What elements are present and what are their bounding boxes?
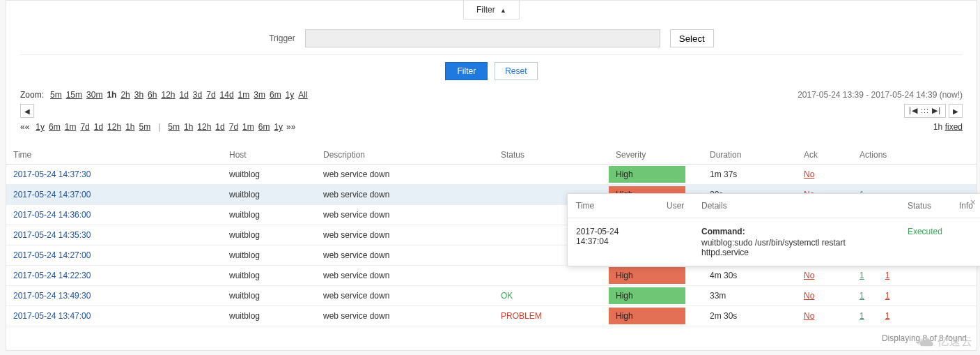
event-time-link[interactable]: 2017-05-24 14:37:30 <box>13 169 91 179</box>
action-count-green[interactable]: 1 <box>860 311 864 321</box>
th-time[interactable]: Time <box>6 146 222 165</box>
th-host[interactable]: Host <box>222 146 316 165</box>
zoom-option-3d[interactable]: 3d <box>191 89 204 101</box>
zoom-option-1y[interactable]: 1y <box>283 89 297 101</box>
host-link[interactable]: wuitblog <box>229 210 260 220</box>
ack-link[interactable]: No <box>804 291 814 301</box>
zoom-back-1h[interactable]: 1h <box>123 121 137 133</box>
description-link[interactable]: web service down <box>323 250 389 260</box>
zoom-back-1y[interactable]: 1y <box>33 121 47 133</box>
zoom-option-14d[interactable]: 14d <box>218 89 236 101</box>
host-link[interactable]: wuitblog <box>229 291 260 301</box>
event-time-link[interactable]: 2017-05-24 13:47:00 <box>13 311 91 321</box>
th-severity[interactable]: Severity <box>609 146 703 165</box>
zoom-back-5m[interactable]: 5m <box>137 121 153 133</box>
host-link[interactable]: wuitblog <box>229 230 260 240</box>
select-button[interactable]: Select <box>670 29 714 47</box>
action-count-green[interactable]: 1 <box>860 271 864 280</box>
table-row: 2017-05-24 13:49:30wuitblogweb service d… <box>6 286 977 306</box>
separator: | <box>154 122 164 132</box>
ack-link[interactable]: No <box>804 169 814 179</box>
popup-th-user: User <box>658 194 693 218</box>
host-link[interactable]: wuitblog <box>229 271 260 280</box>
zoom-option-15m[interactable]: 15m <box>64 89 84 101</box>
zoom-option-2h[interactable]: 2h <box>118 89 132 101</box>
zoom-back-12h[interactable]: 12h <box>105 121 123 133</box>
th-actions[interactable]: Actions <box>853 146 977 165</box>
host-link[interactable]: wuitblog <box>229 169 260 179</box>
close-icon[interactable]: × <box>970 197 976 208</box>
zoom-fixed-link[interactable]: fixed <box>945 122 963 132</box>
filter-tab-label: Filter <box>476 5 495 15</box>
event-time-link[interactable]: 2017-05-24 14:27:00 <box>13 250 91 260</box>
zoom-row: Zoom: 5m15m30m1h2h3h6h12h1d3d7d14d1m3m6m… <box>6 90 977 100</box>
zoom-option-6h[interactable]: 6h <box>146 89 159 101</box>
zoom-forward-7d[interactable]: 7d <box>227 121 240 133</box>
host-link[interactable]: wuitblog <box>229 190 260 199</box>
footer-count: Displaying 8 of 8 found <box>6 326 977 350</box>
zoom-forward-1d[interactable]: 1d <box>213 121 226 133</box>
time-range: 2017-05-24 13:39 - 2017-05-24 14:39 (now… <box>798 90 963 100</box>
zoom-forward-1y[interactable]: 1y <box>272 121 285 133</box>
zoom-option-3h[interactable]: 3h <box>132 89 146 101</box>
description-link[interactable]: web service down <box>323 210 389 220</box>
description-link[interactable]: web service down <box>323 271 389 280</box>
nav-center-button[interactable]: |◀ ::: ▶| <box>904 104 946 118</box>
filter-button[interactable]: Filter <box>445 62 488 80</box>
zoom-option-5m[interactable]: 5m <box>48 89 64 101</box>
zoom-option-All[interactable]: All <box>296 89 309 101</box>
action-count-green[interactable]: 1 <box>860 291 864 301</box>
zoom-option-1h[interactable]: 1h <box>104 89 118 101</box>
chevron-right-icon: ▶ <box>953 107 958 115</box>
action-count-red[interactable]: 1 <box>885 271 890 280</box>
event-time-link[interactable]: 2017-05-24 13:49:30 <box>13 291 91 301</box>
zoom-forward-1h[interactable]: 1h <box>182 121 195 133</box>
host-link[interactable]: wuitblog <box>229 311 260 321</box>
description-link[interactable]: web service down <box>323 230 389 240</box>
zoom-option-1d[interactable]: 1d <box>178 89 191 101</box>
trigger-input[interactable] <box>305 29 660 47</box>
zoom-option-1m[interactable]: 1m <box>236 89 252 101</box>
event-time-link[interactable]: 2017-05-24 14:37:00 <box>13 190 91 199</box>
severity-badge: High <box>609 267 685 284</box>
popup-table: Time User Details Status Info 2017-05-24… <box>568 194 980 266</box>
ack-link[interactable]: No <box>804 271 814 280</box>
description-link[interactable]: web service down <box>323 311 389 321</box>
zoom-back-1d[interactable]: 1d <box>92 121 105 133</box>
filter-tab[interactable]: Filter ▲ <box>463 1 520 20</box>
host-link[interactable]: wuitblog <box>229 250 260 260</box>
event-time-link[interactable]: 2017-05-24 14:35:30 <box>13 230 91 240</box>
action-count-red[interactable]: 1 <box>885 291 890 301</box>
reset-button[interactable]: Reset <box>495 62 537 80</box>
zoom-option-12h[interactable]: 12h <box>159 89 177 101</box>
event-time-link[interactable]: 2017-05-24 14:22:30 <box>13 271 91 280</box>
popup-info <box>951 218 980 266</box>
description-link[interactable]: web service down <box>323 291 389 301</box>
zoom-back-6m[interactable]: 6m <box>47 121 63 133</box>
zoom-forward-12h[interactable]: 12h <box>195 121 213 133</box>
zoom-option-30m[interactable]: 30m <box>84 89 104 101</box>
zoom-back-7d[interactable]: 7d <box>78 121 91 133</box>
status-text: PROBLEM <box>501 311 542 321</box>
zoom-option-6m[interactable]: 6m <box>267 89 283 101</box>
description-link[interactable]: web service down <box>323 169 389 179</box>
zoom-forward-5m[interactable]: 5m <box>166 121 182 133</box>
severity-badge: High <box>609 287 685 304</box>
nav-left-button[interactable]: ◀ <box>20 104 34 118</box>
th-ack[interactable]: Ack <box>797 146 853 165</box>
zoom-forward-6m[interactable]: 6m <box>256 121 272 133</box>
filter-form: Trigger Select <box>20 20 963 55</box>
th-duration[interactable]: Duration <box>703 146 797 165</box>
action-count-red[interactable]: 1 <box>885 311 890 321</box>
page-container: Filter ▲ Trigger Select Filter Reset Zoo… <box>6 0 977 351</box>
th-status[interactable]: Status <box>494 146 609 165</box>
zoom-back-1m[interactable]: 1m <box>63 121 79 133</box>
zoom-option-3m[interactable]: 3m <box>251 89 267 101</box>
nav-right-button[interactable]: ▶ <box>949 104 963 118</box>
event-time-link[interactable]: 2017-05-24 14:36:00 <box>13 210 91 220</box>
zoom-option-7d[interactable]: 7d <box>204 89 217 101</box>
description-link[interactable]: web service down <box>323 190 389 199</box>
th-description[interactable]: Description <box>316 146 494 165</box>
zoom-forward-1m[interactable]: 1m <box>240 121 256 133</box>
ack-link[interactable]: No <box>804 311 814 321</box>
